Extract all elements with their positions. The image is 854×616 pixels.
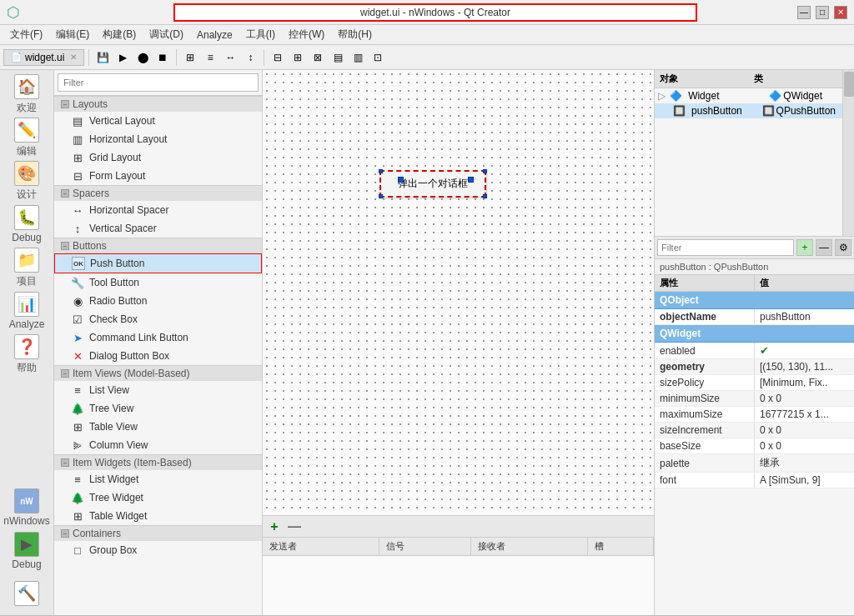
prop-row-enabled[interactable]: enabled ✔ [655,343,854,359]
category-containers: − Containers [54,525,262,541]
menu-item-analyze[interactable]: Analyze [190,28,239,43]
widget-table-view[interactable]: ⊞ Table View [54,418,262,436]
prop-row-geometry[interactable]: geometry [(150, 130), 11... [655,359,854,375]
menu-item-h[interactable]: 帮助(H) [331,26,379,43]
collapse-item-views-btn[interactable]: − [61,369,69,378]
obj-row-widget[interactable]: ▷ 🔷 Widget 🔷QWidget [655,88,842,103]
toolbar-btn-9[interactable]: ⊟ [269,48,287,67]
prop-row-objectname[interactable]: objectName pushButton [655,309,854,325]
close-button[interactable]: ✕ [834,6,847,19]
menu-item-w[interactable]: 控件(W) [282,26,331,43]
prop-scroll[interactable]: QObject objectName pushButton QWidget en… [655,292,854,615]
toolbar-btn-14[interactable]: ⊡ [369,48,387,67]
widget-command-link-button[interactable]: ➤ Command Link Button [54,328,262,347]
signal-add-button[interactable]: + [266,518,283,535]
widget-tool-button[interactable]: 🔧 Tool Button [54,273,262,292]
minimize-button[interactable]: — [797,6,811,19]
menu-item-b[interactable]: 构建(B) [96,26,143,43]
menu-item-d[interactable]: 调试(D) [143,26,190,43]
sidebar-item-help[interactable]: ❓ 帮助 [3,333,51,375]
obj-row-pushbutton[interactable]: 🔲 pushButton 🔲QPushButton [655,103,842,118]
toolbar-btn-11[interactable]: ⊠ [309,48,327,67]
toolbar-btn-10[interactable]: ⊞ [289,48,307,67]
prop-row-sizepolicy[interactable]: sizePolicy [Minimum, Fix.. [655,375,854,391]
menu-item-f[interactable]: 文件(F) [3,26,49,43]
prop-row-basesize[interactable]: baseSize 0 x 0 [655,438,854,454]
toolbar-btn-5[interactable]: ⊞ [181,48,199,67]
canvas-editor[interactable]: 弹出一个对话框 [263,70,654,515]
sidebar-item-design[interactable]: 🎨 设计 [3,160,51,202]
prop-row-maximumsize[interactable]: maximumSize 16777215 x 1... [655,407,854,423]
widget-column-view[interactable]: ⫸ Column View [54,436,262,454]
tree-widget-icon: 🌲 [71,491,84,504]
sidebar-item-nwindows[interactable]: nW nWindows [3,487,51,528]
toolbar-btn-4[interactable]: ⏹ [153,48,172,67]
prop-row-sizeincrement[interactable]: sizeIncrement 0 x 0 [655,423,854,438]
widget-tree-view[interactable]: 🌲 Tree View [54,399,262,418]
menu-item-e[interactable]: 编辑(E) [49,26,96,43]
handle-br [483,194,487,198]
toolbar-btn-2[interactable]: ▶ [113,48,132,67]
sidebar-item-build[interactable]: 🔨 [3,573,51,615]
widget-group-box[interactable]: □ Group Box [54,541,262,559]
collapse-buttons-btn[interactable]: − [61,242,69,250]
widget-check-box[interactable]: ☑ Check Box [54,310,262,328]
widget-vertical-layout[interactable]: ▤ Vertical Layout [54,112,262,130]
widget-list-widget[interactable]: ≡ List Widget [54,470,262,488]
toolbar-btn-6[interactable]: ≡ [201,48,219,67]
prop-remove-button[interactable]: — [816,239,832,256]
toolbar-btn-12[interactable]: ▤ [329,48,347,67]
prop-row-font[interactable]: font A [SimSun, 9] [655,473,854,488]
toolbar-btn-1[interactable]: 💾 [93,48,112,67]
titlebar-title: widget.ui - nWindows - Qt Creator [173,3,697,22]
tab-close-btn[interactable]: ✕ [70,53,77,62]
vertical-spacer-icon: ↕ [71,222,84,235]
analyze-icon: 📊 [14,292,39,317]
toolbar-btn-8[interactable]: ↕ [241,48,259,67]
editor-tab[interactable]: 📄 widget.ui ✕ [3,49,84,66]
column-view-icon: ⫸ [71,438,84,452]
maximize-button[interactable]: □ [816,6,829,19]
sidebar-item-debug2[interactable]: ▶ Debug [3,530,51,572]
widget-horizontal-spacer[interactable]: ↔ Horizontal Spacer [54,201,262,219]
dialog-button-box-icon: ✕ [71,349,84,363]
widget-table-widget[interactable]: ⊞ Table Widget [54,507,262,525]
canvas-dotted[interactable]: 弹出一个对话框 [263,70,654,515]
handle-tr [483,169,487,173]
sidebar-item-project[interactable]: 📁 项目 [3,247,51,288]
grid-layout-icon: ⊞ [71,151,84,164]
widget-vertical-spacer[interactable]: ↕ Vertical Spacer [54,219,262,238]
toolbar-btn-7[interactable]: ↔ [221,48,239,67]
prop-row-minimumsize[interactable]: minimumSize 0 x 0 [655,391,854,407]
sidebar-item-analyze[interactable]: 📊 Analyze [3,290,51,332]
widget-form-layout[interactable]: ⊟ Form Layout [54,167,262,185]
sidebar-item-welcome[interactable]: 🏠 欢迎 [3,73,51,115]
prop-row-palette[interactable]: palette 继承 [655,454,854,473]
toolbar-btn-13[interactable]: ▥ [349,48,367,67]
prop-filter-input[interactable] [657,239,794,256]
object-inspector-scrollbar[interactable] [842,70,854,236]
widget-grid-layout[interactable]: ⊞ Grid Layout [54,148,262,167]
filter-box [54,70,262,96]
widget-list-view[interactable]: ≡ List View [54,381,262,399]
signal-remove-button[interactable]: — [286,518,303,535]
sidebar-item-edit[interactable]: ✏️ 编辑 [3,117,51,158]
collapse-spacers-btn[interactable]: − [61,189,69,198]
widget-tree-widget[interactable]: 🌲 Tree Widget [54,488,262,507]
widget-horizontal-layout[interactable]: ▥ Horizontal Layout [54,130,262,148]
signal-table: 发送者 信号 接收者 槽 [263,538,654,556]
filter-input[interactable] [58,73,259,92]
collapse-containers-btn[interactable]: − [61,529,69,538]
collapse-item-widgets-btn[interactable]: − [61,458,69,467]
collapse-layouts-btn[interactable]: − [61,100,69,108]
widget-dialog-button-box[interactable]: ✕ Dialog Button Box [54,347,262,365]
widget-push-button[interactable]: OK Push Button [54,253,262,273]
sidebar-item-debug[interactable]: 🐛 Debug [3,203,51,245]
object-inspector: 对象 类 ▷ 🔷 Widget 🔷QWidget 🔲 pushButton [655,70,842,236]
canvas-push-button[interactable]: 弹出一个对话框 [379,170,486,198]
prop-settings-button[interactable]: ⚙ [835,239,851,256]
widget-radio-button[interactable]: ◉ Radio Button [54,292,262,310]
menu-item-i[interactable]: 工具(I) [239,26,282,43]
prop-add-button[interactable]: + [796,239,813,256]
toolbar-btn-3[interactable]: ⬤ [133,48,152,67]
